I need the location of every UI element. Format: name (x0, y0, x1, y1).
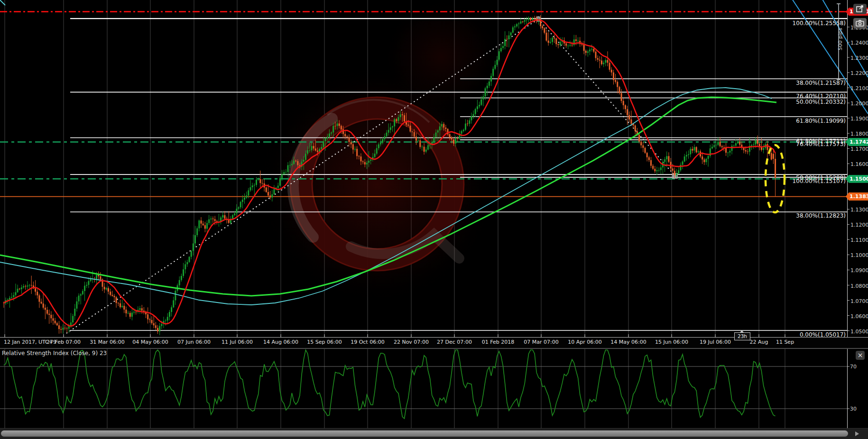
date-tick-label: 11 Jul 06:00 (222, 339, 253, 345)
rsi-pane-bottom-border (0, 428, 868, 429)
rsi-line (4, 350, 776, 419)
chart-canvas[interactable] (0, 0, 868, 439)
date-tick-label: 15 Jun 06:00 (655, 339, 688, 345)
fib-level-label: 61.80%(1.19099) (796, 118, 846, 124)
pips-measure-label: 500 pips (837, 25, 843, 54)
date-tick-label: 27 Dec 07:00 (437, 339, 472, 345)
price-tick-label: 1.16000 (850, 160, 868, 167)
rsi-overbought-label: 70 (850, 364, 857, 370)
date-tick-label: 10 Apr 06:00 (568, 339, 602, 345)
price-tick-label: 1.17000 (850, 145, 868, 152)
price-tick-label: 1.13000 (850, 206, 868, 213)
date-tick-label: 15 Sep 06:00 (307, 339, 342, 345)
date-tick-label: 22 Aug (750, 339, 768, 345)
scrollbar-thumb[interactable] (1, 430, 848, 437)
countdown-notch-icon (739, 330, 744, 333)
date-tick-label: 07 Mar 07:00 (524, 339, 558, 345)
price-axis[interactable]: 1.250001.240001.230001.220001.210001.200… (848, 0, 868, 338)
date-tick-label: 22 Nov 07:00 (394, 339, 429, 345)
countdown-text: 23h (738, 333, 747, 339)
rsi-oversold-label: 30 (850, 406, 857, 412)
date-tick-label: 07 Jun 06:00 (177, 339, 211, 345)
price-badge: 1.17429 (846, 138, 868, 146)
broker-watermark (259, 0, 498, 302)
price-tick-label: 1.18000 (850, 130, 868, 137)
price-tick-label: 1.05000 (850, 328, 868, 335)
price-tick-label: 1.23000 (850, 54, 868, 61)
fib-level-label: 76.40%(1.17573) (796, 141, 846, 147)
fib-level-label: 38.00%(1.12823) (796, 212, 846, 219)
date-tick-label: 14 May 06:00 (610, 339, 646, 345)
price-badge: 1.13836 (846, 192, 868, 201)
price-tick-label: 1.09000 (850, 266, 868, 274)
price-tick-label: 1.06000 (850, 312, 868, 320)
horizontal-scrollbar[interactable] (0, 429, 868, 439)
fib-level-label: 100.00%(1.15107) (793, 178, 846, 184)
date-tick-label: 19 Oct 06:00 (351, 339, 385, 345)
date-tick-label: 11 Sep (776, 339, 794, 345)
price-tick-label: 1.22000 (850, 69, 868, 76)
date-tick-label: 31 Mar 06:00 (90, 339, 124, 345)
close-icon[interactable]: × (856, 351, 865, 360)
scroll-right-arrow-icon[interactable] (855, 431, 859, 436)
price-tick-label: 1.12000 (850, 221, 868, 228)
price-tick-label: 1.21000 (850, 84, 868, 91)
camera-icon[interactable] (853, 18, 867, 28)
bar-countdown: 23h (734, 332, 750, 340)
date-tick-label: 01 Feb 2018 (482, 339, 514, 345)
date-tick-label: 04 May 06:00 (132, 339, 168, 345)
price-tick-label: 1.07000 (850, 297, 868, 304)
price-tick-label: 1.10000 (850, 251, 868, 258)
date-tick-label: 27 Feb 07:00 (46, 339, 81, 345)
open-in-new-window-icon[interactable] (853, 4, 867, 14)
date-tick-label: 19 Jul 06:00 (700, 339, 731, 345)
price-tick-label: 1.20000 (850, 100, 868, 107)
price-tick-label: 1.08000 (850, 282, 868, 289)
chart-window: 1.250001.240001.230001.220001.210001.200… (0, 0, 868, 439)
price-tick-label: 1.19000 (850, 115, 868, 122)
price-tick-label: 1.24000 (850, 39, 868, 46)
rsi-indicator-title[interactable]: Relative Strength Index (Close, 9) 23 (2, 350, 107, 357)
price-tick-label: 1.11000 (850, 236, 868, 243)
fib-level-label: 0.00%(1.05017) (800, 331, 846, 338)
fib-level-label: 50.00%(1.20332) (796, 99, 846, 105)
fib-level-label: 38.00%(1.21587) (796, 80, 846, 86)
date-tick-label: 14 Aug 06:00 (263, 339, 298, 345)
price-badge: 1.15000 (846, 175, 868, 183)
